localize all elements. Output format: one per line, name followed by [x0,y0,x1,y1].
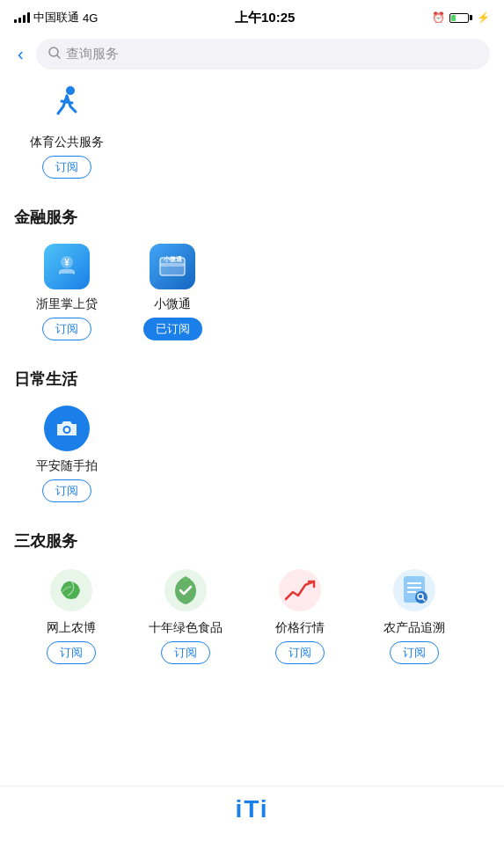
xiaoweitong-icon: 小微通 [148,242,197,291]
zhanshang-name: 浙里掌上贷 [36,296,98,312]
list-item: 网上农博 订阅 [14,566,128,664]
wangshang-nongbo-subscribe-button[interactable]: 订阅 [47,641,96,664]
status-left: 中国联通 4G [14,10,98,26]
sports-public-name: 体育公共服务 [30,135,104,150]
nongchanpin-zhuisu-subscribe-button[interactable]: 订阅 [390,641,439,664]
battery-icon [449,13,472,23]
section-sports: 体育公共服务 订阅 [14,80,490,179]
agriculture-grid: 网上农博 订阅 十年绿色食品 订阅 [14,566,490,664]
svg-point-12 [183,577,188,582]
section-agriculture: 三农服务 网上农博 订阅 [14,527,490,664]
search-bar[interactable]: 查询服务 [36,39,490,69]
agriculture-title: 三农服务 [14,527,490,552]
svg-line-1 [57,55,60,58]
xiaoweitong-name: 小微通 [154,296,191,312]
svg-text:小微通: 小微通 [163,255,183,263]
list-item: 平安随手拍 订阅 [14,404,120,502]
svg-point-2 [66,86,75,95]
sports-public-icon [42,80,91,129]
camera-icon [42,404,91,453]
sports-grid: 体育公共服务 订阅 [14,80,490,179]
status-right: ⏰ ⚡ [432,11,490,24]
back-button[interactable]: ‹ [14,44,27,64]
wangshang-nongbo-icon [47,566,96,615]
list-item: 小微通 小微通 已订阅 [120,242,225,340]
list-item: 十年绿色食品 订阅 [128,566,243,664]
daily-grid: 平安随手拍 订阅 [14,404,490,502]
carrier-label: 中国联通 [33,10,79,26]
wangshang-nongbo-name: 网上农博 [47,620,96,636]
luse-shipin-name: 十年绿色食品 [149,620,223,636]
svg-point-19 [415,591,427,603]
search-icon [48,47,61,62]
jiage-hangqing-name: 价格行情 [275,620,325,636]
search-placeholder: 查询服务 [66,46,119,62]
lightning-icon: ⚡ [477,11,490,24]
section-finance: 金融服务 ¥ 浙里掌上贷 订阅 [14,203,490,340]
section-daily: 日常生活 平安随手拍 订阅 [14,365,490,502]
bottom-brand: iTi [0,786,504,841]
svg-point-13 [279,569,321,611]
main-content: 体育公共服务 订阅 金融服务 ¥ [0,80,504,664]
alarm-icon: ⏰ [432,11,445,24]
luse-shipin-icon [161,566,210,615]
status-bar: 中国联通 4G 上午10:25 ⏰ ⚡ [0,0,504,32]
list-item: 价格行情 订阅 [243,566,357,664]
signal-icon [14,12,30,23]
zhanshang-icon: ¥ [42,242,91,291]
list-item: ¥ 浙里掌上贷 订阅 [14,242,120,340]
list-item: 农产品追溯 订阅 [357,566,471,664]
camera-subscribe-button[interactable]: 订阅 [42,479,91,502]
svg-point-9 [65,428,69,432]
jiage-hangqing-subscribe-button[interactable]: 订阅 [275,641,325,664]
time-label: 上午10:25 [235,10,295,26]
finance-grid: ¥ 浙里掌上贷 订阅 小微通 [14,242,490,340]
camera-name: 平安随手拍 [36,458,98,474]
svg-text:¥: ¥ [64,258,69,267]
luse-shipin-subscribe-button[interactable]: 订阅 [161,641,210,664]
xiaoweitong-subscribed-button[interactable]: 已订阅 [143,318,202,340]
sports-public-subscribe-button[interactable]: 订阅 [42,156,91,179]
list-item: 体育公共服务 订阅 [14,80,120,179]
jiage-hangqing-icon [275,566,325,615]
svg-rect-6 [160,263,185,267]
search-header: ‹ 查询服务 [0,32,504,80]
nongchanpin-zhuisu-name: 农产品追溯 [383,620,445,636]
daily-title: 日常生活 [14,365,490,390]
brand-text: iTi [235,795,268,823]
finance-title: 金融服务 [14,203,490,228]
network-label: 4G [83,11,98,25]
nongchanpin-zhuisu-icon [390,566,439,615]
zhanshang-subscribe-button[interactable]: 订阅 [42,318,91,340]
